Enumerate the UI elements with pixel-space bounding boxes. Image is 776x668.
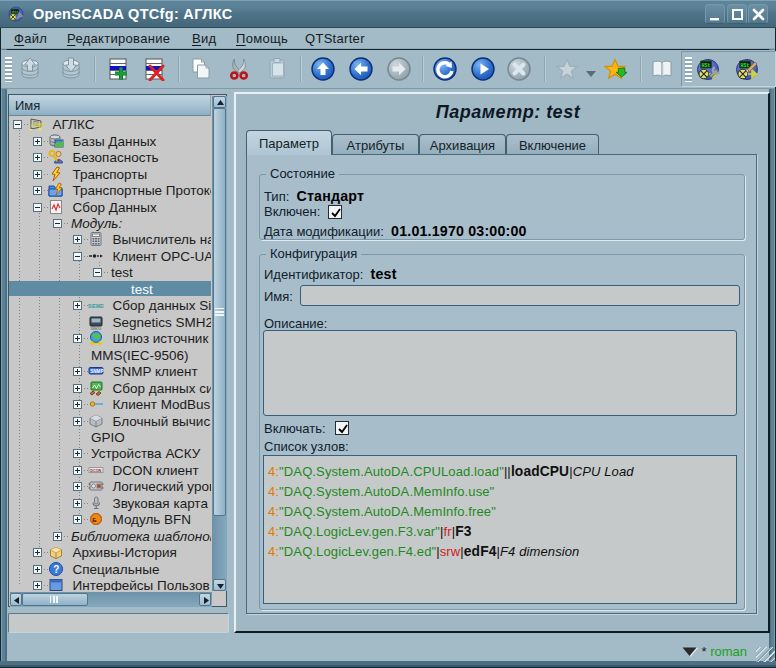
svg-text:АГВС: АГВС bbox=[30, 122, 44, 128]
svg-text:Б: Б bbox=[92, 517, 97, 523]
svg-text:?: ? bbox=[53, 564, 59, 575]
svg-text:SMH2G: SMH2G bbox=[90, 326, 101, 330]
svg-text:HSt: HSt bbox=[741, 63, 750, 69]
svg-text:SIEMENS: SIEMENS bbox=[88, 304, 104, 309]
svg-text:HSt: HSt bbox=[702, 63, 711, 69]
svg-text:DCON: DCON bbox=[90, 469, 101, 473]
svg-text:SNMP: SNMP bbox=[90, 369, 103, 374]
